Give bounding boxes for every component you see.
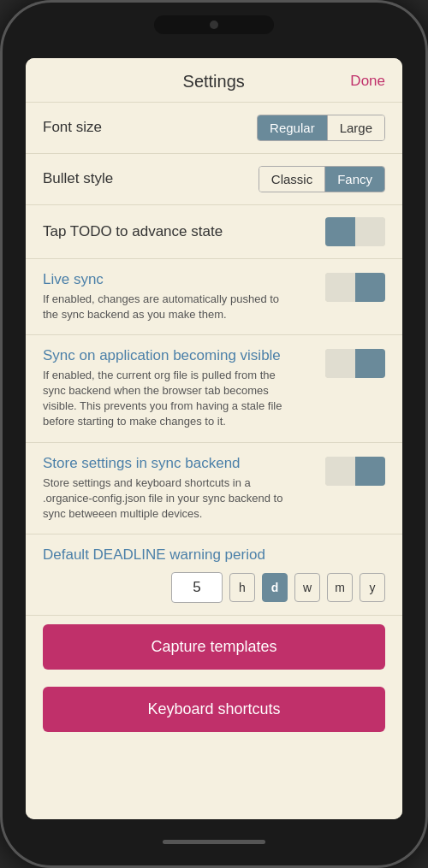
- phone-screen: Settings Done Font size Regular Large Bu…: [26, 58, 402, 819]
- bullet-classic-btn[interactable]: Classic: [259, 167, 324, 192]
- font-size-large-btn[interactable]: Large: [327, 115, 384, 140]
- tap-todo-toggle[interactable]: [325, 217, 385, 246]
- live-sync-text: Live sync If enabled, changes are automa…: [43, 271, 317, 322]
- font-size-regular-btn[interactable]: Regular: [258, 115, 327, 140]
- store-settings-track: [325, 457, 385, 486]
- toggle-left-half: [325, 217, 355, 246]
- live-sync-section: Live sync If enabled, changes are automa…: [26, 259, 402, 335]
- store-settings-toggle[interactable]: [325, 457, 385, 486]
- bullet-style-label: Bullet style: [43, 170, 113, 187]
- sync-visible-section: Sync on application becoming visible If …: [26, 335, 402, 443]
- period-d-btn[interactable]: d: [262, 573, 288, 602]
- toggle-left-half: [325, 273, 355, 302]
- font-size-section: Font size Regular Large: [26, 103, 402, 154]
- sync-visible-label: Sync on application becoming visible: [43, 347, 317, 364]
- settings-header: Settings Done: [26, 58, 402, 103]
- tap-todo-track: [325, 217, 385, 246]
- capture-templates-section: Capture templates: [26, 616, 402, 678]
- period-m-btn[interactable]: m: [327, 573, 353, 602]
- store-settings-description: Store settings and keyboard shortcuts in…: [43, 475, 291, 523]
- bullet-style-segmented[interactable]: Classic Fancy: [259, 166, 385, 192]
- done-button[interactable]: Done: [350, 73, 385, 90]
- home-indicator: [163, 840, 265, 844]
- sync-visible-track: [325, 349, 385, 378]
- tap-todo-section: Tap TODO to advance state: [26, 205, 402, 259]
- store-settings-label: Store settings in sync backend: [43, 455, 317, 472]
- phone-frame: Settings Done Font size Regular Large Bu…: [0, 0, 428, 868]
- live-sync-description: If enabled, changes are automatically pu…: [43, 292, 291, 322]
- sync-visible-toggle[interactable]: [325, 349, 385, 378]
- live-sync-toggle[interactable]: [325, 273, 385, 302]
- settings-content: Font size Regular Large Bullet style Cla…: [26, 103, 402, 819]
- tap-todo-label: Tap TODO to advance state: [43, 223, 223, 240]
- toggle-right-half: [355, 273, 385, 302]
- store-settings-text: Store settings in sync backend Store set…: [43, 455, 317, 523]
- deadline-controls: h d w m y: [43, 572, 385, 603]
- deadline-label: Default DEADLINE warning period: [43, 546, 385, 564]
- page-title: Settings: [77, 72, 350, 92]
- capture-templates-button[interactable]: Capture templates: [43, 624, 385, 670]
- bullet-fancy-btn[interactable]: Fancy: [324, 167, 384, 192]
- period-h-btn[interactable]: h: [229, 573, 255, 602]
- keyboard-shortcuts-section: Keyboard shortcuts: [26, 678, 402, 741]
- sync-visible-description: If enabled, the current org file is pull…: [43, 368, 291, 430]
- period-y-btn[interactable]: y: [360, 573, 385, 602]
- live-sync-label: Live sync: [43, 271, 317, 288]
- font-size-segmented[interactable]: Regular Large: [257, 115, 385, 141]
- sync-visible-text: Sync on application becoming visible If …: [43, 347, 317, 430]
- toggle-right-half: [355, 457, 385, 486]
- period-w-btn[interactable]: w: [294, 573, 320, 602]
- toggle-left-half: [325, 457, 355, 486]
- toggle-right-half: [355, 349, 385, 378]
- deadline-section: Default DEADLINE warning period h d w m …: [26, 534, 402, 616]
- live-sync-track: [325, 273, 385, 302]
- deadline-input[interactable]: [171, 572, 223, 603]
- toggle-right-half: [355, 217, 385, 246]
- font-size-label: Font size: [43, 119, 102, 136]
- toggle-left-half: [325, 349, 355, 378]
- bullet-style-section: Bullet style Classic Fancy: [26, 154, 402, 205]
- keyboard-shortcuts-button[interactable]: Keyboard shortcuts: [43, 687, 385, 732]
- store-settings-section: Store settings in sync backend Store set…: [26, 443, 402, 535]
